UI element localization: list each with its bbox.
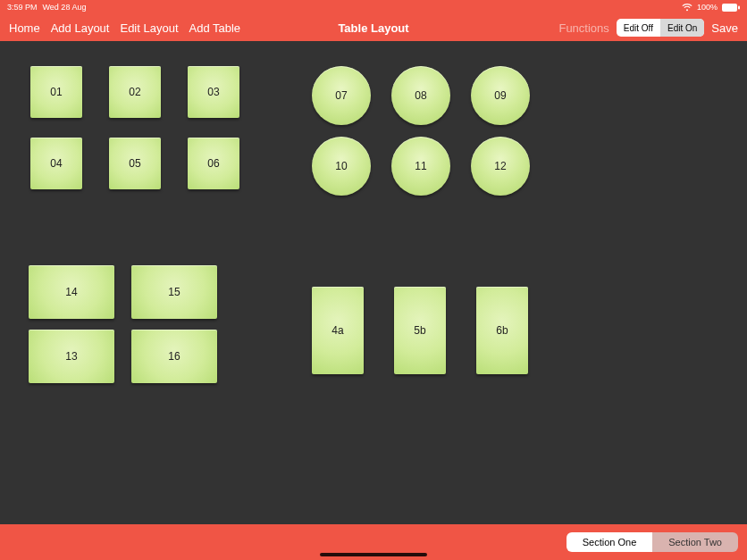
battery-percentage: 100% (697, 3, 718, 12)
nav-functions[interactable]: Functions (558, 21, 609, 35)
nav-home[interactable]: Home (9, 21, 40, 35)
nav-add-layout[interactable]: Add Layout (51, 21, 110, 35)
table-10[interactable]: 10 (312, 137, 371, 196)
nav-add-table[interactable]: Add Table (189, 21, 241, 35)
table-11[interactable]: 11 (391, 137, 450, 196)
table-03[interactable]: 03 (188, 66, 239, 118)
edit-on-button[interactable]: Edit On (660, 19, 704, 37)
table-01[interactable]: 01 (30, 66, 82, 118)
table-14[interactable]: 14 (29, 265, 114, 319)
edit-toggle: Edit Off Edit On (617, 19, 705, 37)
table-12[interactable]: 12 (471, 137, 530, 196)
table-16[interactable]: 16 (131, 330, 217, 383)
svg-rect-1 (738, 5, 740, 9)
battery-icon (722, 4, 740, 12)
home-indicator (320, 553, 427, 556)
table-04[interactable]: 04 (30, 138, 82, 189)
section-segmented-control: Section One Section Two (567, 532, 738, 552)
table-6b[interactable]: 6b (476, 287, 528, 374)
svg-rect-0 (722, 4, 737, 12)
ios-status-bar: 3:59 PM Wed 28 Aug 100% (0, 0, 747, 14)
table-5b[interactable]: 5b (394, 287, 446, 374)
page-title: Table Layout (338, 21, 408, 35)
table-06[interactable]: 06 (188, 138, 239, 189)
wifi-icon (682, 4, 692, 12)
status-date: Wed 28 Aug (43, 3, 87, 12)
table-08[interactable]: 08 (391, 66, 450, 125)
nav-edit-layout[interactable]: Edit Layout (120, 21, 178, 35)
section-one-tab[interactable]: Section One (567, 532, 653, 552)
section-two-tab[interactable]: Section Two (652, 532, 738, 552)
edit-off-button[interactable]: Edit Off (617, 19, 660, 37)
table-4a[interactable]: 4a (312, 287, 364, 374)
nav-bar: Home Add Layout Edit Layout Add Table Ta… (0, 14, 747, 41)
table-07[interactable]: 07 (312, 66, 371, 125)
table-09[interactable]: 09 (471, 66, 530, 125)
floor-canvas[interactable]: 01 02 03 04 05 06 07 08 09 10 11 12 14 1… (0, 41, 747, 524)
table-05[interactable]: 05 (109, 138, 161, 189)
table-02[interactable]: 02 (109, 66, 161, 118)
table-15[interactable]: 15 (131, 265, 217, 319)
table-13[interactable]: 13 (29, 330, 114, 383)
status-time: 3:59 PM (7, 3, 38, 12)
nav-save[interactable]: Save (711, 21, 738, 35)
